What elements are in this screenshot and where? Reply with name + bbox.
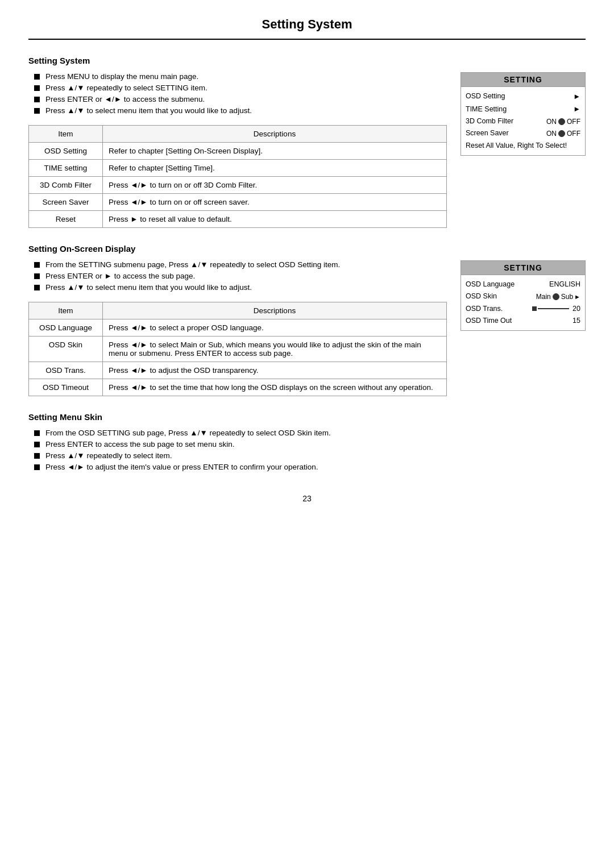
setting-row: OSD Trans. 20 <box>466 303 580 315</box>
bullet-item: Press ENTER to access the sub page to se… <box>34 440 586 448</box>
table-cell-item: OSD Trans. <box>29 362 103 379</box>
bullet-icon <box>34 285 40 290</box>
section3-bullets: From the OSD SETTING sub page, Press ▲/▼… <box>28 429 586 471</box>
bullet-item: Press ENTER or ► to access the sub page. <box>34 272 447 280</box>
setting-row: TIME Setting ► <box>466 103 580 115</box>
table-row: OSD Timeout Press ◄/► to set the time th… <box>29 379 447 396</box>
section1-layout: Press MENU to display the menu main page… <box>28 72 586 228</box>
bullet-icon <box>34 273 40 279</box>
setting-row: Reset All Value, Right To Select! <box>466 140 580 152</box>
bullet-icon <box>34 430 40 436</box>
setting-value-arrow: ► <box>573 90 580 103</box>
bullet-item: Press MENU to display the menu main page… <box>34 72 447 81</box>
bullet-item: From the SETTING submenu page, Press ▲/▼… <box>34 260 447 269</box>
col-desc-header: Descriptions <box>103 126 447 143</box>
bullet-item: Press ▲/▼ repeatedly to select item. <box>34 451 586 460</box>
table-cell-item: Reset <box>29 211 103 228</box>
radio-dot <box>558 130 565 137</box>
bullet-item: Press ENTER or ◄/► to access the submenu… <box>34 95 447 103</box>
section1-table: Item Descriptions OSD Setting Refer to c… <box>28 125 447 228</box>
section2-table-section: From the SETTING submenu page, Press ▲/▼… <box>28 260 447 396</box>
setting-label: Screen Saver <box>466 127 546 139</box>
radio-dot <box>553 293 559 300</box>
table-row: OSD Skin Press ◄/► to select Main or Sub… <box>29 337 447 362</box>
setting-value-arrow: ► <box>573 103 580 115</box>
setting-label: OSD Time Out <box>466 315 572 327</box>
radio-dot <box>558 118 565 125</box>
setting-label: 3D Comb Filter <box>466 115 546 127</box>
table-row: OSD Trans. Press ◄/► to adjust the OSD t… <box>29 362 447 379</box>
setting-label: TIME Setting <box>466 103 573 115</box>
setting-row: OSD Skin MainSub► <box>466 290 580 302</box>
section2-layout: From the SETTING submenu page, Press ▲/▼… <box>28 260 586 396</box>
bullet-icon <box>34 97 40 102</box>
table-row: OSD Setting Refer to chapter [Setting On… <box>29 143 447 160</box>
bullet-item: From the OSD SETTING sub page, Press ▲/▼… <box>34 429 586 437</box>
section1-bullets: Press MENU to display the menu main page… <box>28 72 447 115</box>
table-cell-desc: Press ◄/► to select Main or Sub, which m… <box>103 337 447 362</box>
sub-arrow-icon: ► <box>574 292 580 302</box>
table-cell-item: Screen Saver <box>29 194 103 211</box>
setting-label: OSD Setting <box>466 90 573 102</box>
setting-box-2: SETTING OSD Language ENGLISH OSD Skin Ma… <box>460 260 586 331</box>
table-cell-item: OSD Language <box>29 319 103 337</box>
setting-toggle: ONOFF <box>546 128 580 139</box>
page-number: 23 <box>28 494 586 503</box>
setting-box-1: SETTING OSD Setting ► TIME Setting ► 3D … <box>460 72 586 156</box>
bullet-item: Press ▲/▼ to select menu item that you w… <box>34 283 447 292</box>
section3-block: Setting Menu Skin From the OSD SETTING s… <box>28 412 586 471</box>
setting-label: OSD Trans. <box>466 303 532 315</box>
table-cell-item: OSD Skin <box>29 337 103 362</box>
bullet-icon <box>34 262 40 268</box>
table-cell-item: OSD Timeout <box>29 379 103 396</box>
setting-label: OSD Skin <box>466 290 536 302</box>
setting-label: Reset All Value, Right To Select! <box>466 140 580 152</box>
table-row: 3D Comb Filter Press ◄/► to turn on or o… <box>29 177 447 194</box>
section2-table: Item Descriptions OSD Language Press ◄/►… <box>28 302 447 396</box>
table-cell-desc: Refer to chapter [Setting On-Screen Disp… <box>103 143 447 160</box>
setting-value: ENGLISH <box>549 279 580 290</box>
table-cell-item: 3D Comb Filter <box>29 177 103 194</box>
slider-track <box>532 306 569 311</box>
table-row: TIME setting Refer to chapter [Setting T… <box>29 160 447 177</box>
bullet-icon <box>34 74 40 80</box>
setting-value-slider: 20 <box>532 303 580 315</box>
bullet-item: Press ◄/► to adjust the item's value or … <box>34 463 586 471</box>
table-cell-desc: Press ◄/► to select a proper OSD languag… <box>103 319 447 337</box>
table-cell-item: TIME setting <box>29 160 103 177</box>
table-row: Screen Saver Press ◄/► to turn on or off… <box>29 194 447 211</box>
col-item-header: Item <box>29 126 103 143</box>
bullet-icon <box>34 453 40 459</box>
section2-block: Setting On-Screen Display From the SETTI… <box>28 244 586 396</box>
slider-value: 20 <box>572 303 580 315</box>
setting-row: OSD Setting ► <box>466 90 580 103</box>
bullet-icon <box>34 442 40 447</box>
table-cell-item: OSD Setting <box>29 143 103 160</box>
setting-toggle: ONOFF <box>546 116 580 127</box>
bullet-item: Press ▲/▼ to select menu item that you w… <box>34 106 447 115</box>
bullet-item: Press ▲/▼ repeatedly to select SETTING i… <box>34 84 447 92</box>
section1-table-section: Press MENU to display the menu main page… <box>28 72 447 228</box>
bullet-icon <box>34 85 40 91</box>
slider-handle-icon <box>532 306 537 311</box>
table-row: OSD Language Press ◄/► to select a prope… <box>29 319 447 337</box>
col-item-header: Item <box>29 302 103 319</box>
setting-row: Screen Saver ONOFF <box>466 127 580 139</box>
setting-row: 3D Comb Filter ONOFF <box>466 115 580 127</box>
bullet-icon <box>34 108 40 114</box>
bullet-icon <box>34 464 40 470</box>
section3-title: Setting Menu Skin <box>28 412 586 422</box>
setting-row: OSD Time Out 15 <box>466 315 580 327</box>
section2-bullets: From the SETTING submenu page, Press ▲/▼… <box>28 260 447 292</box>
setting-label: OSD Language <box>466 279 549 290</box>
table-cell-desc: Press ◄/► to turn on or off screen saver… <box>103 194 447 211</box>
title-rule <box>28 39 586 40</box>
setting-box-header-1: SETTING <box>461 73 585 87</box>
page-title: Setting System <box>28 17 586 32</box>
section1-block: Setting System Press MENU to display the… <box>28 56 586 228</box>
table-cell-desc: Press ◄/► to turn on or off 3D Comb Filt… <box>103 177 447 194</box>
setting-value: 15 <box>572 315 580 327</box>
setting-box-body-1: OSD Setting ► TIME Setting ► 3D Comb Fil… <box>461 87 585 155</box>
slider-line <box>538 308 569 309</box>
section2-title: Setting On-Screen Display <box>28 244 586 254</box>
